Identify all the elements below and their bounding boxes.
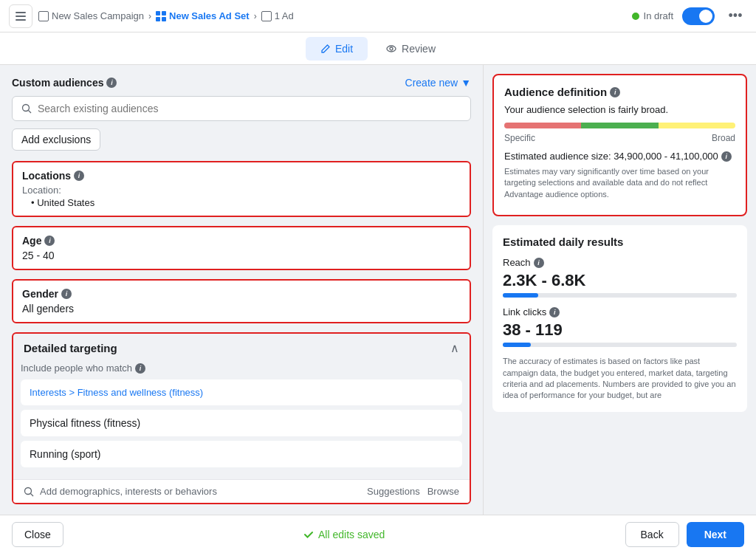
svg-line-8 [31,493,34,496]
suggestions-label[interactable]: Suggestions [367,486,420,497]
detailed-targeting-section: Detailed targeting ∧ Include people who … [12,332,471,504]
age-info-icon[interactable]: i [44,236,55,246]
location-sub-label: Location: [22,185,461,196]
campaign-icon [38,11,49,21]
search-audiences-box[interactable] [12,96,471,121]
main-content: Custom audiences i Create new ▼ Add excl… [0,65,756,515]
top-header: New Sales Campaign › New Sales Ad Set › … [0,0,756,32]
reach-label: Reach i [503,257,737,268]
audience-def-info-icon[interactable]: i [610,87,620,97]
suggestions-browse-area: Suggestions Browse [367,486,459,497]
draft-badge: In draft [632,10,673,21]
draft-dot [632,13,639,20]
audience-disclaimer: Estimates may vary significantly over ti… [504,162,735,205]
audience-size: Estimated audience size: 34,900,000 - 41… [504,151,735,162]
next-button[interactable]: Next [687,522,744,547]
sidebar-toggle[interactable] [9,4,32,28]
tab-edit[interactable]: Edit [306,37,368,61]
interest-category-link[interactable]: Interests > Fitness and wellness (fitnes… [30,387,203,398]
review-tab-label: Review [402,43,436,55]
locations-section: Locations i Location: United States [12,161,471,217]
locations-info-icon[interactable]: i [74,171,84,181]
create-new-button[interactable]: Create new ▼ [405,77,471,89]
detailed-targeting-header[interactable]: Detailed targeting ∧ [13,334,470,363]
audience-description: Your audience selection is fairly broad. [504,104,735,115]
gender-section: Gender i All genders [12,279,471,323]
link-clicks-bar-fill [503,343,531,347]
publish-toggle[interactable] [682,7,715,25]
saved-status: All edits saved [303,529,385,540]
breadcrumb-arrow-2: › [254,11,257,21]
footer: Close All edits saved Back Next [0,515,756,553]
svg-point-3 [387,46,396,52]
meter-green-segment [581,123,658,128]
back-button[interactable]: Back [625,522,679,547]
eye-icon [385,43,397,55]
add-targeting-input-row[interactable]: Add demographics, interests or behaviors [24,486,367,497]
check-icon [303,529,314,540]
age-title: Age i [22,235,461,247]
add-targeting-search-icon [24,487,34,497]
reach-value: 2.3K - 6.8K [503,271,737,290]
gender-value: All genders [22,303,461,315]
search-icon [21,103,32,114]
svg-point-4 [390,47,393,50]
age-section: Age i 25 - 40 [12,226,471,270]
add-targeting-placeholder: Add demographics, interests or behaviors [40,486,217,497]
audience-size-info-icon[interactable]: i [721,151,732,162]
footer-right: Back Next [625,522,744,547]
svg-rect-0 [16,12,26,13]
draft-label: In draft [644,10,673,21]
estimated-results-title: Estimated daily results [503,236,737,248]
meter-red-segment [504,123,581,128]
include-match-label: Include people who match i [21,363,462,374]
audience-definition-title: Audience definition i [504,86,735,98]
estimated-results-card: Estimated daily results Reach i 2.3K - 6… [492,225,747,412]
interest-item-2: Running (sport) [21,441,462,467]
tab-bar: Edit Review [0,32,756,65]
gender-info-icon[interactable]: i [61,289,72,299]
add-exclusions-button[interactable]: Add exclusions [12,128,100,151]
edit-tab-label: Edit [335,43,353,55]
campaign-breadcrumb[interactable]: New Sales Campaign [38,10,144,21]
interest-category-item: Interests > Fitness and wellness (fitnes… [21,379,462,405]
adset-icon [156,11,166,21]
add-targeting-row: Add demographics, interests or behaviors… [13,479,470,503]
right-panel: Audience definition i Your audience sele… [483,65,756,515]
detailed-targeting-body: Include people who match i Interests > F… [13,363,470,479]
svg-line-6 [29,111,32,114]
reach-info-icon[interactable]: i [534,258,544,268]
ad-breadcrumb[interactable]: 1 Ad [261,10,294,21]
custom-audiences-info-icon[interactable]: i [106,78,117,88]
breadcrumb-arrow-1: › [148,11,151,21]
header-right: In draft ••• [632,4,747,28]
reach-bar-fill [503,293,538,298]
saved-label: All edits saved [318,529,385,540]
link-clicks-bar [503,343,737,347]
custom-audiences-header: Custom audiences i Create new ▼ [12,77,471,89]
breadcrumb: New Sales Campaign › New Sales Ad Set › … [38,10,294,21]
more-options-button[interactable]: ••• [724,4,747,28]
include-match-info-icon[interactable]: i [135,363,145,374]
browse-label[interactable]: Browse [427,486,459,497]
audience-meter: Specific Broad [504,123,735,143]
dropdown-arrow-icon: ▼ [461,77,471,89]
reach-bar [503,293,737,298]
link-clicks-value: 38 - 119 [503,320,737,340]
audience-definition-card: Audience definition i Your audience sele… [492,74,747,216]
specific-label: Specific [504,133,535,143]
interest-item-1: Physical fitness (fitness) [21,410,462,436]
link-clicks-info-icon[interactable]: i [549,307,560,317]
svg-rect-2 [16,19,26,21]
detailed-targeting-title: Detailed targeting [24,342,117,354]
left-panel: Custom audiences i Create new ▼ Add excl… [0,65,483,515]
tab-review[interactable]: Review [371,37,450,61]
close-button[interactable]: Close [12,522,63,547]
location-value: United States [31,197,461,208]
broad-label: Broad [712,133,735,143]
ad-icon [261,11,272,21]
search-audiences-input[interactable] [38,103,461,114]
link-clicks-label: Link clicks i [503,306,737,317]
adset-breadcrumb[interactable]: New Sales Ad Set [156,10,250,21]
age-value: 25 - 40 [22,250,461,261]
